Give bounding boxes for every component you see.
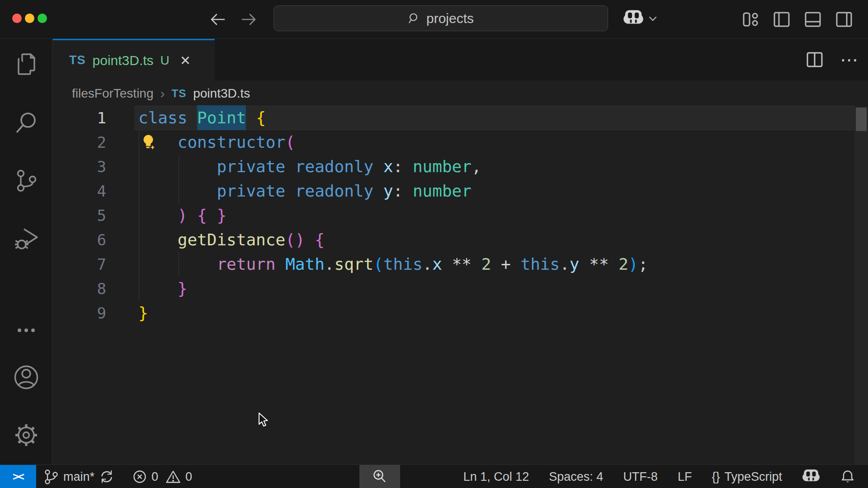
code-line[interactable]: 1class Point { [53, 106, 868, 130]
sidebar-item-source-control[interactable] [0, 168, 52, 193]
scrollbar-thumb[interactable] [856, 108, 867, 131]
command-center-search[interactable]: projects [274, 5, 608, 31]
line-number: 2 [53, 130, 106, 155]
code-line-text: } [138, 301, 148, 325]
breadcrumb-file[interactable]: point3D.ts [193, 86, 250, 101]
git-untracked-badge: U [160, 53, 170, 68]
split-editor-button[interactable] [806, 52, 824, 68]
navigate-back-button[interactable] [208, 9, 228, 29]
source-control-branch-icon [14, 168, 39, 193]
minimize-window-button[interactable] [25, 14, 34, 23]
sidebar-item-explorer[interactable] [0, 52, 52, 77]
arrow-left-icon [208, 9, 228, 29]
typescript-file-icon: TS [172, 87, 187, 100]
eol-item[interactable]: LF [678, 470, 692, 484]
tab-bar: TS point3D.ts U ✕ ⋯ [53, 39, 868, 80]
code-line-text: private readonly y: number [138, 179, 472, 203]
tab-title: point3D.ts [93, 53, 154, 68]
customize-layout-button[interactable] [741, 11, 760, 28]
settings-button[interactable] [0, 422, 52, 448]
code-line-text: ) { } [138, 203, 226, 228]
indent-guide [179, 155, 179, 203]
indent-guide [139, 130, 139, 301]
tab-point3d[interactable]: TS point3D.ts U ✕ [53, 39, 215, 80]
search-icon [408, 12, 420, 25]
gear-icon [13, 422, 39, 448]
more-actions-button[interactable]: ⋯ [840, 39, 858, 80]
chevron-right-icon: › [160, 86, 165, 101]
close-window-button[interactable] [12, 14, 22, 23]
vscode-window: projects [0, 0, 868, 488]
code-line[interactable]: 9} [53, 301, 868, 325]
copilot-menu-button[interactable] [623, 9, 658, 28]
sidebar-item-run-debug[interactable] [0, 225, 52, 251]
branch-icon [43, 469, 59, 485]
toggle-secondary-sidebar-button[interactable] [835, 11, 853, 28]
indentation-item[interactable]: Spaces: 4 [549, 470, 603, 484]
chevron-down-icon [648, 15, 658, 22]
sync-icon [99, 469, 114, 484]
code-line-text: private readonly x: number, [138, 155, 481, 179]
braces-icon: {} [712, 470, 720, 484]
editor-scrollbar[interactable] [854, 107, 868, 465]
code-line[interactable]: 2 constructor( [53, 130, 868, 155]
line-number: 1 [53, 106, 106, 130]
debug-play-bug-icon [13, 225, 39, 251]
line-number: 3 [53, 155, 106, 179]
branch-name: main* [63, 470, 94, 484]
git-branch-item[interactable]: main* [43, 469, 114, 485]
code-editor[interactable]: 1class Point {2 constructor(3 private re… [53, 106, 868, 465]
line-number: 5 [53, 203, 106, 228]
navigate-forward-button[interactable] [239, 9, 259, 29]
remote-icon: >< [13, 470, 24, 483]
breadcrumb: filesForTesting › TS point3D.ts [53, 80, 868, 107]
editor-actions: ⋯ [806, 39, 858, 80]
window-controls [12, 14, 47, 23]
code-line[interactable]: 4 private readonly y: number [53, 179, 868, 203]
code-line[interactable]: 7 return Math.sqrt(this.x ** 2 + this.y … [53, 252, 868, 277]
search-icon [14, 110, 39, 135]
arrow-right-icon [239, 9, 259, 29]
line-number: 4 [53, 179, 106, 203]
warning-icon [165, 469, 181, 484]
copilot-icon [623, 9, 644, 28]
zoom-in-magnifier-icon [372, 469, 388, 485]
maximize-window-button[interactable] [38, 14, 47, 23]
language-mode-item[interactable]: {} TypeScript [712, 470, 782, 484]
code-line-text: } [138, 277, 187, 301]
command-center-text: projects [426, 11, 474, 26]
line-number: 6 [53, 228, 106, 252]
code-line[interactable]: 5 ) { } [53, 203, 868, 228]
code-line-text: return Math.sqrt(this.x ** 2 + this.y **… [138, 252, 648, 277]
code-line-text: class Point { [138, 106, 266, 130]
problems-item[interactable]: 0 0 [132, 469, 192, 484]
toggle-panel-button[interactable] [804, 11, 822, 28]
activity-bar [0, 39, 52, 465]
code-lines: 1class Point {2 constructor(3 private re… [53, 106, 868, 325]
notifications-bell-button[interactable] [840, 469, 855, 484]
code-line[interactable]: 3 private readonly x: number, [53, 155, 868, 179]
account-icon [13, 364, 39, 390]
status-left: main* 0 [43, 465, 192, 488]
account-button[interactable] [0, 364, 52, 390]
layout-controls [741, 11, 853, 28]
indent-guide [179, 252, 179, 277]
sidebar-item-more[interactable] [0, 326, 52, 335]
error-icon [132, 469, 147, 484]
zoom-status-item[interactable] [359, 465, 400, 488]
cursor-position-item[interactable]: Ln 1, Col 12 [463, 470, 529, 484]
line-number: 9 [53, 301, 106, 325]
language-name: TypeScript [724, 470, 782, 484]
line-number: 8 [53, 277, 106, 301]
breadcrumb-folder[interactable]: filesForTesting [72, 86, 154, 101]
remote-indicator[interactable]: >< [0, 465, 36, 488]
toggle-primary-sidebar-button[interactable] [773, 11, 791, 28]
warning-count: 0 [185, 470, 192, 484]
copilot-status-icon[interactable] [802, 469, 820, 484]
code-line[interactable]: 6 getDistance() { [53, 228, 868, 252]
encoding-item[interactable]: UTF-8 [623, 470, 658, 484]
sidebar-item-search[interactable] [0, 110, 52, 135]
error-count: 0 [151, 470, 158, 484]
code-line[interactable]: 8 } [53, 277, 868, 301]
close-tab-button[interactable]: ✕ [180, 53, 191, 68]
